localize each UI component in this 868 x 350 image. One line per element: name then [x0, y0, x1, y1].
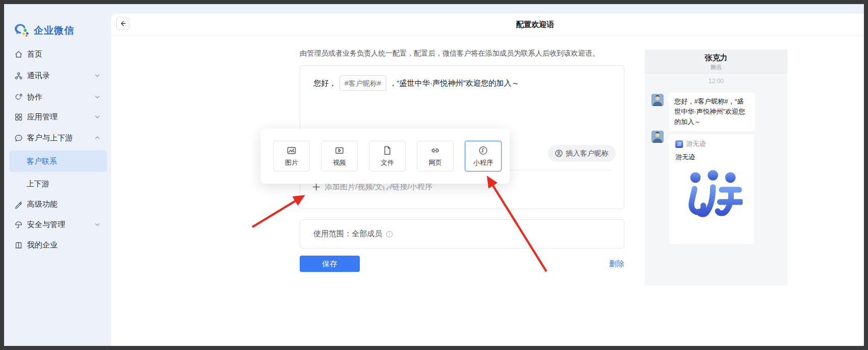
page-description: 由管理员或者业务负责人统一配置，配置后，微信客户将在添加成员为联系人后收到该欢迎… — [300, 49, 599, 58]
sidebar-item-customer-contact[interactable]: 客户联系 — [9, 151, 107, 172]
attachment-option-miniprogram[interactable]: 小程序 — [465, 141, 502, 171]
attachment-option-file[interactable]: 文件 — [369, 141, 406, 171]
nickname-tag[interactable]: #客户昵称# — [339, 76, 386, 91]
sidebar-item-label: 应用管理 — [27, 112, 58, 122]
wecom-logo-icon — [14, 23, 30, 37]
sidebar-item-label: 客户与上下游 — [27, 133, 73, 143]
page-title: 配置欢迎语 — [516, 20, 555, 30]
sidebar-item-home[interactable]: 首页 — [4, 47, 111, 61]
file-icon — [382, 145, 392, 156]
apps-icon — [14, 113, 23, 121]
attachment-option-video[interactable]: 视频 — [321, 141, 358, 171]
person-avatar-image — [651, 94, 664, 106]
miniprogram-title: 游无迹 — [675, 153, 748, 162]
sidebar-item-apps[interactable]: 应用管理 — [4, 110, 111, 124]
image-icon — [286, 145, 297, 156]
scope-box[interactable]: 使用范围：全部成员 — [300, 219, 624, 248]
chevron-down-icon — [95, 223, 100, 226]
video-icon — [334, 145, 345, 156]
sidebar-item-label: 我的企业 — [27, 240, 58, 250]
page-header: 配置欢迎语 — [111, 14, 864, 36]
insert-nickname-button[interactable]: 插入客户昵称 — [548, 145, 616, 162]
company-icon — [14, 241, 23, 249]
sidebar-item-label: 安全与管理 — [27, 220, 65, 230]
wecom-logo-text: 企业微信 — [34, 24, 74, 37]
advanced-features-icon — [14, 200, 23, 209]
contact-name: 张克力 — [645, 53, 787, 63]
welcome-message-text: 您好，#客户昵称#，“盛世中华·声悦神州”欢迎您的加入～ — [313, 76, 611, 91]
home-icon — [14, 50, 23, 59]
person-avatar-image — [651, 131, 664, 143]
sidebar-item-supply-chain[interactable]: 上下游 — [4, 177, 134, 191]
scope-label: 使用范围：全部成员 — [313, 229, 382, 239]
back-arrow-icon — [119, 20, 126, 27]
welcome-message-bubble: 您好，#客户昵称#，“盛世中华·声悦神州”欢迎您的加入～ — [669, 92, 755, 131]
preview-header: 张克力 腾讯 — [645, 49, 787, 73]
sidebar-item-label: 高级功能 — [27, 199, 58, 209]
sidebar-item-advanced[interactable]: 高级功能 — [4, 197, 111, 211]
miniprogram-mini-logo: 游 — [675, 140, 683, 148]
sidebar-item-label: 客户联系 — [27, 157, 57, 166]
avatar — [651, 131, 664, 143]
sidebar-item-security[interactable]: 安全与管理 — [4, 217, 111, 232]
greeting-suffix: ，“盛世中华·声悦神州”欢迎您的加入～ — [389, 79, 519, 87]
attachment-option-label: 小程序 — [474, 158, 493, 167]
sidebar-item-label: 上下游 — [27, 179, 49, 189]
sidebar: 企业微信 首页 通讯录 协作 应用管理 客户与上下游 客户联系 — [4, 4, 111, 346]
attachment-option-label: 网页 — [429, 158, 442, 167]
attachment-option-label: 文件 — [381, 158, 394, 167]
sidebar-item-label: 通讯录 — [27, 71, 50, 81]
contact-company: 腾讯 — [645, 64, 787, 71]
message-timestamp: 12:00 — [645, 78, 787, 85]
sidebar-item-label: 协作 — [27, 92, 42, 102]
collaboration-icon — [14, 93, 23, 102]
chevron-up-icon — [95, 136, 100, 139]
sidebar-item-contacts[interactable]: 通讯录 — [4, 68, 111, 83]
back-button[interactable] — [116, 17, 129, 30]
attachment-option-label: 视频 — [333, 158, 346, 167]
sidebar-item-my-company[interactable]: 我的企业 — [4, 238, 111, 252]
sidebar-item-collaboration[interactable]: 协作 — [4, 90, 111, 104]
attachment-option-webpage[interactable]: 网页 — [417, 141, 454, 171]
miniprogram-source-row: 游 游无迹 — [675, 139, 748, 148]
person-circle-icon — [555, 149, 563, 157]
customer-chat-icon — [14, 134, 23, 142]
attachment-popup: 图片 视频 文件 网页 小程序 — [260, 129, 510, 184]
chevron-down-icon — [95, 95, 100, 98]
insert-nickname-label: 插入客户昵称 — [566, 149, 609, 158]
miniprogram-icon — [478, 145, 488, 156]
delete-button[interactable]: 删除 — [300, 259, 624, 269]
app-window: 企业微信 首页 通讯录 协作 应用管理 客户与上下游 客户联系 — [4, 4, 864, 346]
webpage-link-icon — [430, 145, 440, 156]
attachment-option-label: 图片 — [285, 158, 298, 167]
chevron-down-icon — [95, 115, 100, 118]
sidebar-item-customers[interactable]: 客户与上下游 — [4, 131, 111, 145]
sidebar-item-label: 首页 — [27, 49, 42, 59]
chevron-down-icon — [95, 74, 100, 77]
miniprogram-source-name: 游无迹 — [686, 139, 706, 148]
avatar — [651, 94, 664, 106]
attachment-option-image[interactable]: 图片 — [273, 141, 310, 171]
plus-icon — [312, 183, 320, 191]
contacts-icon — [14, 71, 23, 80]
umbrella-icon — [14, 220, 23, 229]
chat-preview-panel: 张克力 腾讯 12:00 您好，#客户昵称#，“盛世中华·声悦神州”欢迎您的加入… — [645, 49, 787, 286]
info-icon — [386, 231, 393, 238]
greeting-prefix: 您好， — [313, 79, 336, 87]
miniprogram-message-card[interactable]: 游 游无迹 游无迹 — [669, 134, 754, 244]
you-wuji-logo — [675, 168, 748, 229]
wecom-logo: 企业微信 — [14, 23, 74, 37]
